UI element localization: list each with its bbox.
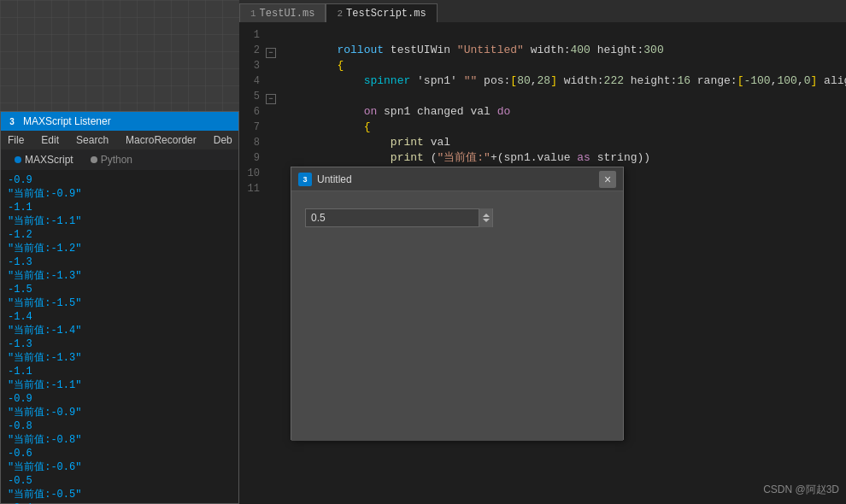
output-line: "当前值:-1.4" [8,324,232,337]
fold-marker-5[interactable]: − [266,94,276,104]
output-line: -1.2 [8,228,232,242]
tab1-number: 1 [250,9,256,19]
output-line: "当前值:-1.2" [8,242,232,255]
output-line: "当前值:-0.8" [8,433,232,447]
listener-title: MAXScript Listener [23,115,111,127]
tab-bar: 1 TestUI.ms 2 TestScript.ms [239,0,846,22]
dialog-content [291,191,623,441]
tab2-label: TestScript.ms [346,8,426,20]
output-line: -1.3 [8,255,232,269]
listener-menu: File Edit Search MacroRecorder Deb [1,131,238,149]
dialog-title-text: Untitled [317,173,352,185]
line-numbers: 1 2 3 4 5 6 7 8 9 10 11 [239,22,265,504]
output-line: -1.3 [8,337,232,351]
menu-deb[interactable]: Deb [210,132,236,148]
spinner-input[interactable] [306,212,479,224]
dialog-window: 3 Untitled × [291,167,624,440]
code-line-3: spinner 'spn1' "" pos:[80,28] width:222 … [284,58,846,73]
tab-testui[interactable]: 1 TestUI.ms [239,3,326,22]
output-line: -0.5 [8,474,232,488]
output-line: -1.1 [8,365,232,378]
menu-macrorecorder[interactable]: MacroRecorder [122,132,200,148]
output-line: "当前值:-0.9" [8,406,232,419]
output-line: "当前值:-0.9" [8,187,232,201]
output-line: "当前值:-1.5" [8,296,232,310]
output-line: "当前值:-0.6" [8,460,232,474]
output-line: -0.9 [8,173,232,187]
output-line: "当前值:-0.5" [8,488,232,501]
output-line: "当前值:-1.3" [8,269,232,283]
dialog-title-left: 3 Untitled [298,173,352,186]
python-dot [91,156,97,163]
maxscript-tab-label: MAXScript [25,154,73,166]
code-line-1: rollout testUIWin "Untitled" width:400 h… [284,27,846,43]
tab2-number: 2 [337,9,343,19]
menu-edit[interactable]: Edit [38,132,62,148]
dialog-icon: 3 [298,173,312,186]
dialog-title-bar: 3 Untitled × [291,167,623,191]
output-line: -1.1 [8,201,232,214]
listener-output: -0.9"当前值:-0.9"-1.1"当前值:-1.1"-1.2"当前值:-1.… [1,170,238,504]
output-line: "当前值:-1.1" [8,214,232,228]
output-line: -0.6 [8,447,232,460]
watermark: CSDN @阿赵3D [763,483,839,497]
tab1-label: TestUI.ms [260,8,315,20]
fold-area: − − [265,22,277,504]
tab-python[interactable]: Python [84,152,139,167]
spinner-control [305,208,493,227]
output-line: -1.4 [8,310,232,324]
output-line: -0.8 [8,419,232,433]
output-line: -0.9 [8,392,232,406]
menu-search[interactable]: Search [73,132,112,148]
dialog-close-button[interactable]: × [599,171,616,188]
output-line: -1.5 [8,283,232,296]
maxscript-dot [15,156,21,163]
tab-testscript[interactable]: 2 TestScript.ms [326,3,437,22]
python-tab-label: Python [101,154,132,166]
spinner-up-arrow[interactable] [483,214,490,217]
spinner-down-arrow[interactable] [483,219,490,222]
listener-tabs: MAXScript Python [1,149,238,170]
code-line-5: on spn1 changed val do [284,89,846,104]
tab-maxscript[interactable]: MAXScript [8,152,80,167]
listener-icon: 3 [6,115,18,127]
spinner-arrows [479,208,492,227]
listener-title-bar: 3 MAXScript Listener [1,112,238,131]
output-line: "当前值:-1.3" [8,351,232,365]
output-line: "当前值:-1.1" [8,378,232,392]
listener-panel: 3 MAXScript Listener File Edit Search Ma… [0,111,239,504]
fold-marker-2[interactable]: − [266,48,276,58]
menu-file[interactable]: File [4,132,27,148]
